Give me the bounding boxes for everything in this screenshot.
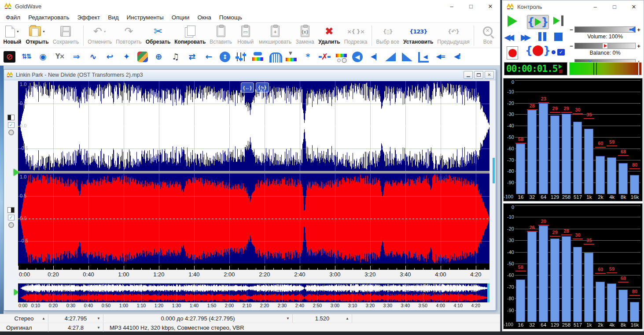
effect-maximize-volume-icon[interactable]: ◀! bbox=[451, 51, 463, 63]
effect-playback-speaker-icon[interactable]: ◀ bbox=[352, 52, 363, 62]
left-channel-indicator-icon[interactable] bbox=[7, 115, 15, 120]
fast-forward-button[interactable]: ▶▶ bbox=[521, 32, 528, 42]
dropdown-arrow-icon[interactable]: ▼ bbox=[42, 30, 45, 33]
balance-minus-button[interactable]: − bbox=[568, 42, 574, 49]
play-selection-button[interactable]: {} bbox=[527, 15, 549, 29]
volume-slider[interactable] bbox=[574, 26, 636, 33]
dropdown-icon[interactable]: ▼ bbox=[97, 316, 100, 320]
effect-fade-out-icon[interactable] bbox=[401, 51, 413, 63]
left-channel-checkbox[interactable]: ✓ bbox=[8, 122, 15, 128]
stop-button[interactable] bbox=[554, 33, 563, 41]
dropdown-icon[interactable]: ▼ bbox=[286, 316, 290, 320]
control-maximize-button[interactable]: □ bbox=[605, 0, 624, 13]
play-to-end-button[interactable] bbox=[553, 15, 563, 26]
status-selection[interactable]: 0.000 до 4:27.795 (4:27.795)▼ bbox=[103, 314, 293, 323]
toolbar-button-trim[interactable]: ×{ }×Подрезка bbox=[342, 24, 369, 48]
doc-minimize-button[interactable] bbox=[464, 71, 473, 79]
effect-smoother-icon[interactable] bbox=[335, 51, 347, 63]
menu-файл[interactable]: Файл bbox=[2, 13, 24, 22]
status-original-length[interactable]: 4:27.8▼ bbox=[48, 323, 103, 332]
waveform-left-channel[interactable] bbox=[18, 81, 489, 171]
toolbar-button-cut[interactable]: ✂Обрезать bbox=[144, 24, 173, 48]
effect-noise-reduction-icon[interactable]: * bbox=[302, 51, 314, 63]
effect-reverse-icon[interactable]: ↩ bbox=[104, 51, 116, 63]
dropdown-arrow-icon[interactable]: ▼ bbox=[103, 30, 107, 33]
toolbar-button-paste-mix[interactable]: +микшировать bbox=[257, 24, 294, 48]
toolbar-button-new[interactable]: ▼Новый bbox=[1, 24, 24, 48]
balance-plus-button[interactable]: + bbox=[636, 42, 642, 49]
record-button[interactable] bbox=[507, 46, 518, 60]
doc-restore-button[interactable] bbox=[474, 71, 483, 79]
toolbar-button-save[interactable]: Сохранить bbox=[51, 24, 81, 48]
toolbar-button-prev-selection[interactable]: {↶}Предыдущая bbox=[435, 24, 471, 48]
menu-редактировать[interactable]: Редактировать bbox=[24, 13, 73, 22]
monitor-toggle[interactable]: ✓ bbox=[552, 49, 565, 56]
rewind-button[interactable]: ◀◀ bbox=[504, 32, 512, 42]
spin-up-icon[interactable]: ▲ bbox=[346, 316, 349, 320]
effect-volume-slider-icon[interactable]: ◀| bbox=[368, 51, 379, 63]
effect-shape-volume-icon[interactable]: ◀ bbox=[418, 51, 430, 63]
effect-offset-icon[interactable]: ⇒ bbox=[70, 51, 82, 63]
effect-echo-remove-icon[interactable]: ✗ bbox=[319, 51, 331, 63]
volume-minus-button[interactable]: − bbox=[568, 26, 574, 33]
control-minimize-button[interactable]: – bbox=[585, 0, 605, 13]
effect-doppler-icon[interactable]: ✦ bbox=[121, 51, 132, 63]
spin-up-icon[interactable]: ▲ bbox=[42, 316, 45, 320]
toolbar-button-open[interactable]: ▼Открыть bbox=[24, 24, 51, 48]
effect-match-volume-icon[interactable]: ◀= bbox=[434, 51, 446, 63]
toolbar-button-zoom-all[interactable]: Все bbox=[476, 24, 499, 48]
menu-инструменты[interactable]: Инструменты bbox=[123, 13, 168, 22]
right-channel-indicator-icon[interactable] bbox=[7, 207, 15, 213]
overview-strip[interactable] bbox=[18, 283, 489, 302]
effect-fade-in-icon[interactable] bbox=[384, 51, 396, 63]
toolbar-button-select-all[interactable]: {▯}Выбр все bbox=[374, 24, 401, 48]
effect-flange-icon[interactable]: ⇄ bbox=[186, 51, 198, 63]
effect-time-warp-icon[interactable]: ← bbox=[203, 51, 215, 63]
dropdown-icon[interactable]: ▼ bbox=[97, 326, 100, 330]
balance-slider[interactable] bbox=[574, 43, 636, 49]
play-button[interactable] bbox=[508, 15, 517, 27]
close-button[interactable]: ✕ bbox=[481, 0, 500, 12]
menu-вид[interactable]: Вид bbox=[104, 13, 122, 22]
effect-pan-ball-icon[interactable]: ◉ bbox=[37, 51, 49, 63]
effect-spectrum-filter-icon[interactable] bbox=[285, 51, 297, 63]
toolbar-button-paste[interactable]: Вставить bbox=[208, 24, 234, 48]
toolbar-button-replace[interactable]: {x}Замена bbox=[294, 24, 316, 48]
doc-close-button[interactable]: ✕ bbox=[485, 71, 494, 79]
dropdown-arrow-icon[interactable]: ▼ bbox=[16, 30, 19, 33]
toolbar-button-redo[interactable]: ↷Повторить bbox=[114, 24, 144, 48]
record-selection-button[interactable]: {} bbox=[525, 45, 551, 56]
effect-pitch-icon[interactable]: ♫ bbox=[169, 51, 181, 63]
status-channel-mode[interactable]: Стерео▲ bbox=[0, 314, 48, 323]
playback-marker-icon[interactable] bbox=[14, 169, 19, 176]
effect-equalizer-icon[interactable] bbox=[235, 51, 247, 63]
toolbar-button-copy[interactable]: Копировать bbox=[173, 24, 208, 48]
right-channel-checkbox[interactable]: ✓ bbox=[8, 215, 15, 220]
balance-thumb-icon[interactable] bbox=[602, 43, 608, 49]
effect-expression-wave-icon[interactable]: ∿ bbox=[87, 51, 99, 63]
maximize-button[interactable]: □ bbox=[461, 0, 481, 12]
menu-опции[interactable]: Опции bbox=[168, 13, 194, 22]
volume-thumb-speaker-icon[interactable] bbox=[629, 26, 635, 33]
effect-mute-icon[interactable]: ⊘ bbox=[4, 51, 15, 63]
right-channel-radio[interactable] bbox=[8, 222, 14, 228]
effect-mixer-icon[interactable] bbox=[137, 52, 148, 62]
pause-button[interactable] bbox=[538, 32, 541, 41]
selection-drag-overlay-icon[interactable]: {↔} bbox=[241, 82, 254, 93]
toolbar-button-paste-new[interactable]: ▭Новый bbox=[234, 24, 257, 48]
effect-xy-cut-icon[interactable]: Y× bbox=[54, 51, 66, 63]
control-close-button[interactable]: ✕ bbox=[624, 0, 644, 13]
overview-marker-icon[interactable] bbox=[14, 289, 18, 295]
effect-filter-band-icon[interactable] bbox=[252, 51, 264, 63]
effect-gate-icon[interactable] bbox=[269, 51, 280, 63]
effect-interpolate-icon[interactable]: ⊕ bbox=[153, 51, 165, 63]
scroll-marker[interactable] bbox=[493, 158, 495, 183]
effect-adjust-channels-icon[interactable]: ⇅⇅ bbox=[20, 51, 32, 63]
menu-эффект[interactable]: Эффект bbox=[73, 13, 104, 22]
selection-wave-overlay-icon[interactable]: {∿} bbox=[256, 82, 269, 93]
menu-помощь[interactable]: Помощь bbox=[215, 13, 246, 22]
status-zoom[interactable]: 1.520▲ bbox=[293, 314, 352, 323]
menu-окна[interactable]: Окна bbox=[193, 13, 215, 22]
toolbar-button-set-selection[interactable]: {123}Установить bbox=[401, 24, 435, 48]
document-titlebar[interactable]: Linkin Park - New Divide (OST Transforme… bbox=[4, 70, 496, 80]
